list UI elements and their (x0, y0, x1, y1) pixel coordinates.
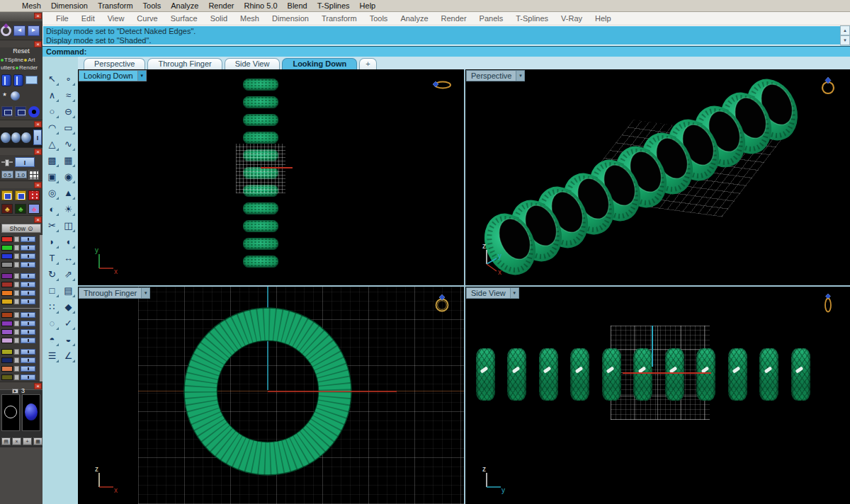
ring-side-view[interactable] (728, 348, 747, 401)
menu-item-solid[interactable]: Solid (204, 14, 234, 23)
play-icon[interactable]: ▶ (12, 389, 18, 394)
close-icon[interactable]: × (34, 383, 42, 389)
slider-track[interactable] (1, 161, 13, 163)
layer-color-swatch[interactable] (1, 299, 13, 304)
viewport-perspective[interactable]: Perspective ▼ z y x (465, 69, 850, 285)
view-ring-icon[interactable] (431, 75, 453, 96)
menu-item-analyze[interactable]: Analyze (166, 1, 203, 10)
texture-green-icon[interactable] (15, 204, 26, 214)
settings-book-icon[interactable] (13, 74, 23, 86)
ring-side-view[interactable] (759, 348, 778, 401)
close-icon[interactable]: × (34, 149, 42, 155)
menu-item-analyze[interactable]: Analyze (394, 14, 434, 23)
viewport-looking-down[interactable]: Looking Down ▼ y x (78, 69, 464, 285)
close-icon[interactable]: × (34, 41, 42, 47)
ring-side-view[interactable] (602, 348, 621, 401)
tab-perspective[interactable]: Perspective (84, 58, 145, 69)
view-ring-icon[interactable] (431, 292, 453, 314)
lock-icon[interactable] (14, 349, 19, 355)
layer-state-bar[interactable] (21, 273, 35, 279)
layer-color-swatch[interactable] (1, 273, 13, 279)
layer-row[interactable] (1, 244, 42, 252)
menu-item-file[interactable]: File (50, 14, 75, 23)
mode-tspline[interactable]: TSpline (4, 57, 23, 63)
menu-item-t-splines[interactable]: T-Splines (509, 14, 555, 23)
menu-item-blend[interactable]: Blend (283, 1, 312, 10)
menu-item-dimension[interactable]: Dimension (46, 1, 93, 10)
command-history[interactable]: Display mode set to "Detect Naked Edges"… (42, 25, 840, 45)
tab-looking-down[interactable]: Looking Down (282, 58, 357, 69)
mode-cutters[interactable]: utters (1, 64, 15, 71)
layer-state-bar[interactable] (21, 236, 35, 242)
helix-icon[interactable]: ∿ (60, 136, 76, 152)
lock-icon[interactable] (14, 290, 19, 296)
arc-icon[interactable]: ◠ (44, 120, 60, 136)
single-point-icon[interactable]: ∘ (60, 71, 76, 87)
layer-row[interactable] (1, 311, 42, 319)
menu-item-transform[interactable]: Transform (315, 14, 363, 23)
material-sphere-icon[interactable] (11, 132, 21, 143)
lock-icon[interactable] (14, 299, 19, 304)
viewport-title-label[interactable]: Perspective (466, 70, 516, 81)
menu-item-panels[interactable]: Panels (473, 14, 510, 23)
patch-icon[interactable]: ▦ (60, 152, 76, 168)
lock-icon[interactable] (14, 236, 19, 242)
view-ring-icon[interactable] (817, 75, 839, 96)
layer-state-bar[interactable] (21, 374, 35, 380)
layer-color-swatch[interactable] (1, 245, 13, 251)
pave-icon[interactable] (28, 190, 40, 200)
layer-color-swatch[interactable] (1, 357, 13, 363)
close-icon[interactable]: × (34, 121, 42, 127)
ring-top-view[interactable] (243, 220, 278, 232)
copy-icon[interactable]: ▤ (60, 282, 76, 299)
layer-color-swatch[interactable] (1, 338, 13, 343)
shell-icon[interactable]: ◒ (60, 331, 76, 348)
viewport-title-label[interactable]: Side View (466, 287, 510, 299)
menu-item-curve[interactable]: Curve (130, 14, 164, 23)
ring-top-view[interactable] (243, 202, 278, 214)
save-button[interactable]: ▦ (33, 437, 42, 445)
profile-preview[interactable] (1, 394, 20, 431)
ring-side-view[interactable] (507, 348, 526, 401)
layer-row[interactable] (1, 348, 42, 356)
split-icon[interactable]: ◫ (60, 217, 76, 234)
tab-through-finger[interactable]: Through Finger (147, 58, 222, 69)
layer-state-bar[interactable] (21, 290, 35, 296)
chevron-down-icon[interactable]: ▼ (510, 287, 519, 299)
trim-icon[interactable]: ✂ (44, 217, 60, 234)
layer-row[interactable] (1, 235, 42, 244)
control-curve-icon[interactable]: ≈ (60, 87, 76, 103)
add-button[interactable]: + (23, 437, 32, 445)
layer-state-bar[interactable] (21, 312, 35, 318)
explode-icon[interactable]: ☀ (60, 201, 76, 217)
close-icon[interactable]: × (34, 182, 42, 188)
polygon-icon[interactable]: △ (44, 136, 60, 152)
gem-cut-icon[interactable] (1, 106, 13, 117)
ring-top-view[interactable] (243, 114, 278, 126)
lock-icon[interactable] (14, 357, 19, 363)
layer-row[interactable] (1, 319, 42, 328)
lock-icon[interactable] (14, 312, 19, 318)
grid-snap-icon[interactable] (28, 170, 39, 180)
menu-item-t-splines[interactable]: T-Splines (312, 1, 355, 10)
menu-item-surface[interactable]: Surface (164, 14, 204, 23)
viewport-title-looking-down[interactable]: Looking Down ▼ (79, 70, 147, 81)
show-button[interactable]: Show ⊙ (1, 224, 41, 233)
move-icon[interactable]: ↔ (60, 250, 76, 266)
cone-icon[interactable]: ▲ (60, 185, 76, 201)
mode-render[interactable]: Render (19, 64, 38, 71)
prev-button[interactable]: ◄ (13, 25, 26, 36)
layer-row[interactable] (1, 356, 42, 365)
menu-item-mesh[interactable]: Mesh (17, 1, 46, 10)
sparkle-icon[interactable]: * (3, 91, 6, 101)
ring-side-view[interactable] (633, 348, 652, 401)
layer-state-bar[interactable] (21, 349, 35, 355)
menu-item-render[interactable]: Render (203, 1, 239, 10)
layer-row[interactable] (1, 297, 42, 306)
layer-color-swatch[interactable] (1, 262, 13, 268)
lock-icon[interactable] (14, 366, 19, 372)
align-icon[interactable]: ☰ (44, 348, 60, 364)
reset-button[interactable]: Reset (0, 47, 42, 56)
bezel-icon[interactable] (1, 190, 13, 200)
surface-icon[interactable]: ▩ (44, 152, 60, 168)
